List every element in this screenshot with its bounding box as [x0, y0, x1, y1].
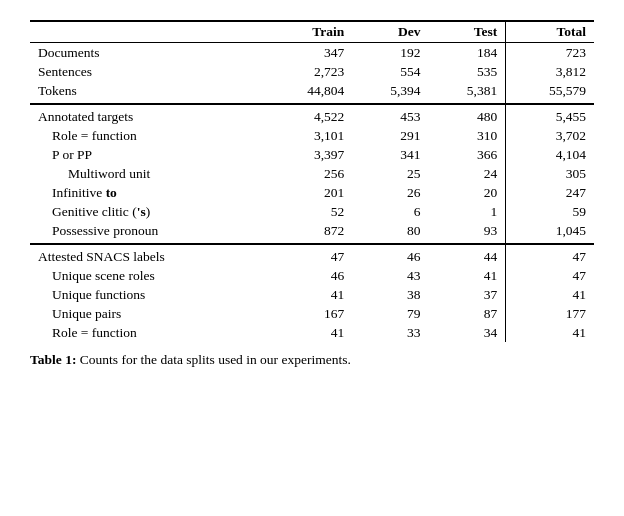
row-train: 167 [265, 304, 352, 323]
row-test: 5,381 [429, 81, 506, 104]
row-label: Possessive pronoun [30, 221, 265, 244]
row-dev: 38 [352, 285, 428, 304]
row-train: 44,804 [265, 81, 352, 104]
row-label: Infinitive to [30, 183, 265, 202]
col-header-test: Test [429, 21, 506, 43]
row-dev: 291 [352, 126, 428, 145]
row-test: 87 [429, 304, 506, 323]
row-label: P or PP [30, 145, 265, 164]
row-train: 872 [265, 221, 352, 244]
table-row: Tokens44,8045,3945,38155,579 [30, 81, 594, 104]
data-table: Train Dev Test Total Documents3471921847… [30, 20, 594, 342]
table-row: Annotated targets4,5224534805,455 [30, 104, 594, 127]
table-row: Role = function41333441 [30, 323, 594, 342]
row-label: Sentences [30, 62, 265, 81]
row-test: 41 [429, 266, 506, 285]
row-train: 256 [265, 164, 352, 183]
row-test: 310 [429, 126, 506, 145]
table-row: Genitive clitic ('s)526159 [30, 202, 594, 221]
row-label: Annotated targets [30, 104, 265, 127]
row-dev: 341 [352, 145, 428, 164]
row-label: Unique pairs [30, 304, 265, 323]
header-row: Train Dev Test Total [30, 21, 594, 43]
table-row: Unique functions41383741 [30, 285, 594, 304]
row-total: 47 [506, 266, 594, 285]
row-label: Role = function [30, 126, 265, 145]
row-total: 59 [506, 202, 594, 221]
table-row: Infinitive to2012620247 [30, 183, 594, 202]
row-dev: 46 [352, 244, 428, 267]
row-train: 3,101 [265, 126, 352, 145]
row-total: 723 [506, 43, 594, 63]
caption-text: Counts for the data splits used in our e… [76, 352, 350, 367]
table-row: Attested SNACS labels47464447 [30, 244, 594, 267]
col-header-total: Total [506, 21, 594, 43]
row-label: Genitive clitic ('s) [30, 202, 265, 221]
row-test: 24 [429, 164, 506, 183]
caption-label: Table 1: [30, 352, 76, 367]
row-train: 2,723 [265, 62, 352, 81]
row-dev: 192 [352, 43, 428, 63]
row-test: 44 [429, 244, 506, 267]
row-dev: 5,394 [352, 81, 428, 104]
row-label: Multiword unit [30, 164, 265, 183]
col-header-dev: Dev [352, 21, 428, 43]
row-test: 535 [429, 62, 506, 81]
row-train: 41 [265, 323, 352, 342]
row-total: 5,455 [506, 104, 594, 127]
table-container: Train Dev Test Total Documents3471921847… [30, 20, 594, 368]
row-total: 4,104 [506, 145, 594, 164]
row-test: 93 [429, 221, 506, 244]
row-test: 34 [429, 323, 506, 342]
row-dev: 6 [352, 202, 428, 221]
col-header-label [30, 21, 265, 43]
table-caption: Table 1: Counts for the data splits used… [30, 352, 594, 368]
row-total: 177 [506, 304, 594, 323]
row-total: 41 [506, 323, 594, 342]
row-train: 41 [265, 285, 352, 304]
table-row: Unique scene roles46434147 [30, 266, 594, 285]
row-total: 305 [506, 164, 594, 183]
row-train: 4,522 [265, 104, 352, 127]
row-test: 1 [429, 202, 506, 221]
row-test: 366 [429, 145, 506, 164]
row-test: 184 [429, 43, 506, 63]
row-dev: 453 [352, 104, 428, 127]
col-header-train: Train [265, 21, 352, 43]
table-row: Role = function3,1012913103,702 [30, 126, 594, 145]
row-dev: 80 [352, 221, 428, 244]
row-label: Role = function [30, 323, 265, 342]
row-train: 47 [265, 244, 352, 267]
row-test: 37 [429, 285, 506, 304]
row-dev: 25 [352, 164, 428, 183]
table-row: Unique pairs1677987177 [30, 304, 594, 323]
row-total: 3,812 [506, 62, 594, 81]
row-dev: 43 [352, 266, 428, 285]
row-train: 3,397 [265, 145, 352, 164]
row-train: 347 [265, 43, 352, 63]
row-label: Documents [30, 43, 265, 63]
row-dev: 33 [352, 323, 428, 342]
table-row: Sentences2,7235545353,812 [30, 62, 594, 81]
row-label: Unique scene roles [30, 266, 265, 285]
row-dev: 26 [352, 183, 428, 202]
row-total: 55,579 [506, 81, 594, 104]
table-row: Documents347192184723 [30, 43, 594, 63]
row-total: 247 [506, 183, 594, 202]
row-label: Attested SNACS labels [30, 244, 265, 267]
table-row: Possessive pronoun87280931,045 [30, 221, 594, 244]
row-test: 480 [429, 104, 506, 127]
row-dev: 554 [352, 62, 428, 81]
row-train: 201 [265, 183, 352, 202]
row-label: Tokens [30, 81, 265, 104]
row-test: 20 [429, 183, 506, 202]
row-train: 46 [265, 266, 352, 285]
row-dev: 79 [352, 304, 428, 323]
row-total: 1,045 [506, 221, 594, 244]
row-total: 47 [506, 244, 594, 267]
row-total: 41 [506, 285, 594, 304]
row-label: Unique functions [30, 285, 265, 304]
row-total: 3,702 [506, 126, 594, 145]
table-row: Multiword unit2562524305 [30, 164, 594, 183]
row-train: 52 [265, 202, 352, 221]
